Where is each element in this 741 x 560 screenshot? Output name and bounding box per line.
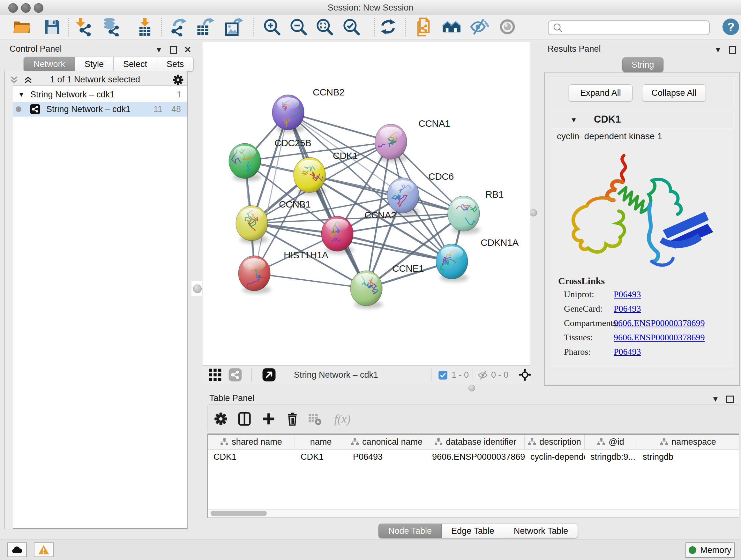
warning-status-button[interactable] [34,543,54,557]
import-network-from-database-button[interactable] [101,17,122,37]
search-input[interactable] [563,23,709,33]
export-table-to-file-button[interactable] [195,17,215,37]
column-header-namespace[interactable]: namespace [637,435,739,449]
refresh-view-button[interactable] [378,17,398,37]
table-options-button[interactable] [212,410,230,428]
node-CCNA2[interactable] [321,216,354,254]
delete-column-button[interactable] [283,410,301,428]
open-session-button[interactable] [11,17,32,37]
fit-selected-crosshair-icon[interactable] [519,368,531,381]
node-CCNE1[interactable] [350,271,383,309]
panel-menu-icon[interactable]: ▼ [714,45,722,54]
network-options-gear-icon[interactable] [172,74,184,85]
tab-network[interactable]: Network [23,57,75,71]
zoom-in-button[interactable] [262,17,282,37]
table-cell[interactable]: stringdb:9... [585,449,637,464]
tab-sets[interactable]: Sets [157,57,194,71]
crosslink-value-link[interactable]: P06493 [614,289,641,300]
tab-node-table[interactable]: Node Table [379,523,442,538]
tab-style[interactable]: Style [75,57,114,71]
expand-all-button[interactable]: Expand All [569,84,632,102]
cloud-status-button[interactable] [7,543,27,557]
tab-network-table[interactable]: Network Table [504,523,578,538]
network-canvas[interactable]: CCNB2CCNA1CDC25BCDK1CDC6RB1CCNB1CCNA2CDK… [203,42,530,365]
close-panel-icon[interactable]: ✕ [184,45,192,55]
show-columns-button[interactable] [235,410,253,428]
node-HIST1H1A[interactable] [239,256,271,294]
table-type-tabs: Node TableEdge TableNetwork Table [379,523,578,538]
memory-status-button[interactable]: Memory [685,543,735,558]
table-splitter-handle[interactable] [468,385,475,391]
create-column-button[interactable] [260,410,278,428]
table-horizontal-scrollbar[interactable] [208,509,738,517]
column-header-database-identifier[interactable]: database identifier [426,435,525,449]
table-cell[interactable]: stringdb [637,449,739,464]
node-RB1[interactable] [448,196,480,234]
column-header-name[interactable]: name [295,435,347,449]
node-label-CDC6: CDC6 [428,171,454,182]
crosslink-value-link[interactable]: P06493 [614,347,641,357]
save-session-button[interactable] [42,17,63,37]
zoom-fit-content-button[interactable] [314,17,335,37]
hide-unhide-button[interactable] [469,17,489,37]
crosslink-value-link[interactable]: P06493 [614,304,641,314]
sidebar-splitter-handle[interactable] [193,285,202,293]
table-cell[interactable]: CDK1 [295,449,347,464]
gene-expander-icon[interactable]: ▼ [570,116,577,124]
edge-HIST1H1A-CCNE1[interactable] [254,273,366,288]
column-header-shared-name[interactable]: shared name [208,435,295,449]
network-collection-row[interactable]: ▼ String Network – cdk1 1 [13,87,187,102]
node-CCNB2[interactable] [272,95,305,133]
crosslink-row: GeneCard:P06493 [564,304,730,318]
table-row[interactable]: CDK1CDK1P064939606.ENSP00000378699cyclin… [208,449,739,464]
float-panel-icon[interactable] [729,46,736,54]
collapse-all-button[interactable]: Collapse All [642,84,706,102]
table-cell[interactable]: P06493 [347,449,426,464]
zoom-out-button[interactable] [288,17,309,37]
panel-menu-icon[interactable]: ▼ [712,395,719,403]
import-network-from-file-button[interactable] [74,17,94,37]
node-CDKN1A[interactable] [436,244,468,282]
column-header-canonical-name[interactable]: canonical name [347,435,426,449]
tree-expander-icon[interactable]: ▼ [18,87,24,102]
scrollbar-thumb[interactable] [211,511,267,516]
network-row-selected[interactable]: String Network – cdk1 11 48 [13,102,187,117]
table-cell[interactable]: cyclin-dependent ... [525,449,585,464]
export-network-to-file-button[interactable] [168,17,189,37]
help-button[interactable]: ? [721,17,741,37]
results-splitter-handle[interactable] [530,209,537,216]
string-style-button[interactable] [228,368,242,383]
node-CCNA1[interactable] [375,124,408,162]
node-label-RB1: RB1 [485,189,503,199]
tab-edge-table[interactable]: Edge Table [442,523,504,538]
results-panel-tabs: String [622,57,664,72]
node-CCNB1[interactable] [236,206,268,244]
open-in-browser-button[interactable] [262,368,276,383]
column-source-icon [220,438,228,446]
export-image-button[interactable] [223,17,244,37]
home-button[interactable] [441,17,462,37]
table-cell[interactable]: CDK1 [208,449,295,464]
show-button[interactable] [497,17,518,37]
node-CDC25B[interactable] [229,143,261,181]
tab-select[interactable]: Select [114,57,157,71]
zoom-selected-button[interactable] [341,17,361,37]
import-table-from-file-button[interactable] [135,17,155,37]
control-panel-header-buttons: ▼ ✕ [155,45,191,55]
node-CDK1[interactable] [293,158,326,195]
table-cell[interactable]: 9606.ENSP00000378699 [426,449,525,464]
birdseye-view-button[interactable] [208,368,222,383]
panel-menu-icon[interactable]: ▼ [155,45,163,54]
search-box[interactable] [548,20,710,35]
memory-label: Memory [700,545,731,555]
string-network-graph[interactable]: CCNB2CCNA1CDC25BCDK1CDC6RB1CCNB1CCNA2CDK… [203,42,530,365]
crosslink-value-link[interactable]: 9606.ENSP00000378699 [614,318,704,328]
edge-CCNB2-HIST1H1A[interactable] [254,112,288,273]
share-document-button[interactable] [414,17,434,37]
crosslink-value-link[interactable]: 9606.ENSP00000378699 [614,332,704,343]
float-panel-icon[interactable] [170,46,177,54]
float-panel-icon[interactable] [726,395,734,403]
tab-string[interactable]: String [622,57,664,72]
column-header-@id[interactable]: @id [585,435,637,449]
column-header-description[interactable]: description [525,435,585,449]
